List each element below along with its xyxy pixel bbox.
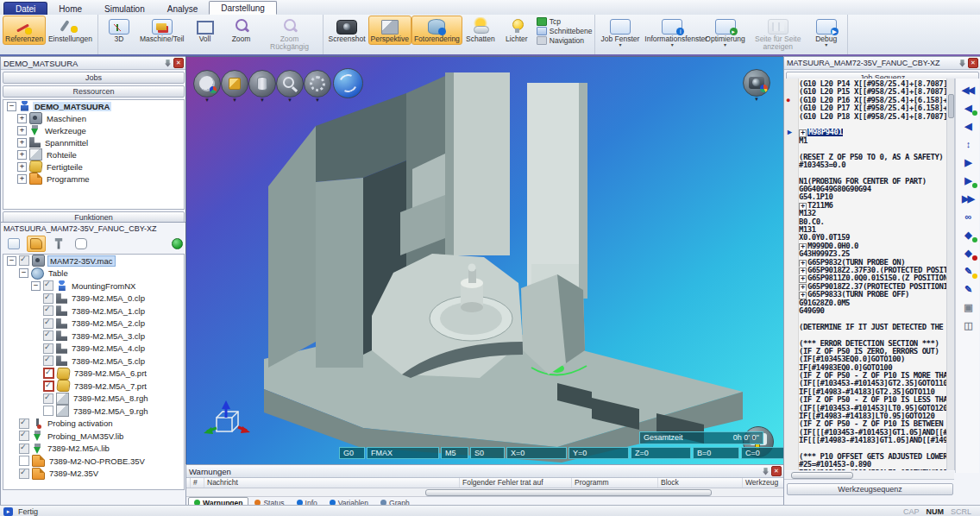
code-line[interactable] [799, 121, 947, 129]
tree-row-probing-activation[interactable]: Probing activation [3, 418, 184, 431]
column-header-programm[interactable]: Programm [571, 478, 609, 488]
view-solid-button[interactable]: ▼ [221, 70, 248, 98]
code-line[interactable]: G43H999Z3.25 [799, 250, 947, 258]
code-line[interactable]: IF[[#103453-#101453]LE1.05]THEN#10145 [799, 469, 947, 470]
ribbon-button-voll[interactable]: Voll [187, 16, 223, 45]
tree-row-7389-m2-m5a-4-clp[interactable]: 7389-M2.M5A_4.clp [3, 343, 184, 356]
code-expander[interactable]: + [799, 243, 807, 250]
column-header-block[interactable]: Block [657, 478, 679, 488]
code-hscrollbar[interactable] [784, 471, 954, 480]
code-expander[interactable]: + [799, 292, 807, 299]
tree-row-mam72-35v-mac[interactable]: −MAM72-35V.mac [3, 255, 184, 267]
code-line[interactable]: +G65P9833(TURN PROBE OFF) [799, 291, 947, 299]
checkbox[interactable] [19, 444, 29, 454]
werkzeugsequenz-bar[interactable]: Werkzeugsequenz [787, 483, 953, 495]
tree-row-7389-m2-m5a-6-prt[interactable]: 7389-M2.M5A_6.prt [3, 368, 184, 381]
tree-row-7389-m2-m5a-lib[interactable]: 7389-M2.M5A.lib [3, 443, 184, 456]
view-reference-button[interactable]: ▼ [193, 70, 221, 98]
go-to-end-button[interactable]: ▶▶ [958, 190, 978, 208]
code-expander[interactable]: + [799, 203, 807, 210]
tree-row-7389-m2-no-probe-35v[interactable]: 7389-M2-NO-PROBE.35V [3, 455, 184, 468]
code-line[interactable]: M131 [799, 226, 947, 234]
tree-row-probing-mam35v-lib[interactable]: Probing_MAM35V.lib [3, 430, 184, 443]
tree-expander[interactable]: + [17, 138, 27, 148]
pin-icon[interactable] [165, 60, 171, 67]
code-expander[interactable]: + [799, 284, 807, 291]
code-line[interactable]: (G10 L20 P14 X[[#958/25.4]+[8.7087]+[0.]… [799, 80, 947, 88]
code-line[interactable] [799, 169, 947, 177]
tab-simulation[interactable]: Simulation [93, 3, 156, 15]
go-to-start-button[interactable]: ◀◀ [958, 81, 978, 99]
tree-row-table[interactable]: −Table [3, 267, 184, 280]
tree-row-7389-m2-m5a-9-rgh[interactable]: 7389-M2.M5A_9.rgh [3, 405, 184, 418]
ribbon-button-zoom-r-ckg-ngig[interactable]: Zoom Rückgängig [260, 16, 320, 53]
code-expander[interactable]: + [799, 129, 807, 136]
code-line[interactable]: (RESET Z OF P50 TO 0, AS A SAFETY) [799, 154, 947, 161]
tool-settings-button[interactable] [49, 236, 68, 252]
checkbox[interactable] [43, 343, 53, 354]
tree-row-programme[interactable]: +Programme [3, 173, 184, 185]
code-line[interactable]: +G65P9832(TURN PROBE ON) [799, 259, 947, 267]
code-gutter[interactable]: ●► [784, 79, 799, 470]
breakpoint-icon[interactable]: ● [786, 97, 790, 104]
tree-row-rohteile[interactable]: +Rohteile [3, 148, 184, 160]
code-line[interactable]: (G10 L20 P18 X[[#958/25.4]+[8.7087]+[0.]… [799, 113, 947, 121]
code-line[interactable]: B0.C0. [799, 218, 947, 226]
ribbon-button-zoom[interactable]: Zoom [223, 16, 260, 45]
checkbox[interactable] [43, 368, 54, 379]
code-line[interactable] [799, 331, 947, 339]
checkbox[interactable] [43, 280, 53, 291]
checkbox[interactable] [43, 293, 53, 304]
code-line[interactable]: (G10 L20 P17 X[[#958/25.4]+[6.158]+[0.]]… [799, 104, 947, 112]
ribbon-button-fotorendering[interactable]: Fotorendering [411, 16, 462, 45]
step-mode-button[interactable]: ↕ [958, 135, 978, 154]
code-line[interactable]: G0G40G49G80G90G94 [799, 186, 947, 193]
code-line[interactable]: +G65P9018Z2.37(PROTECTED POSITIONING [799, 283, 947, 291]
ribbon-button-referenzen[interactable]: Referenzen [3, 16, 46, 45]
tree-row-spannmittel[interactable]: +Spannmittel [3, 136, 184, 148]
ribbon-toggle-navigation[interactable]: Navigation [537, 35, 593, 45]
pin-icon[interactable] [763, 468, 769, 475]
code-line[interactable]: (IF Z OF P50 IS ZERO, ERRORS OUT) [799, 348, 947, 356]
code-line[interactable]: IF[[#14983-#14183]GT2.35]GOTO110 [799, 388, 947, 396]
play-to-next-event-button[interactable]: ▶ [958, 172, 978, 190]
synchronize-button[interactable]: ◫ [958, 317, 978, 335]
ribbon-button-optimierung[interactable]: ▸Optimierung▾ [702, 16, 747, 49]
code-line[interactable]: +G65P9811Z0.0Q0.01S150.(Z POSITION STO [799, 274, 947, 282]
ribbon-toggle-schnittebene[interactable]: Schnittebene [537, 26, 593, 35]
tree-expander[interactable]: − [19, 268, 28, 278]
measure-button[interactable]: ∞ [958, 208, 978, 226]
comment-button[interactable] [72, 236, 91, 252]
checkbox[interactable] [43, 393, 53, 404]
code-line[interactable]: (IF Z OF P50 - Z OF P10 IS BETWEEN 1.05 [799, 420, 947, 428]
tree-row-fertigteile[interactable]: +Fertigteile [3, 160, 184, 173]
column-header-nachricht[interactable]: Nachricht [204, 478, 238, 488]
code-line[interactable] [799, 445, 947, 453]
tab-darstellung[interactable]: Darstellung [209, 1, 277, 15]
ribbon-button-debug[interactable]: ▶Debug▾ [808, 16, 845, 49]
code-line[interactable]: X0.0Y0.0T159 [799, 234, 947, 242]
tree-row-7389-m2-35v[interactable]: 7389-M2.35V [3, 468, 184, 481]
tree-row-7389-m2-m5a-7-prt[interactable]: 7389-M2.M5A_7.prt [3, 380, 184, 393]
tree-row-werkzeuge[interactable]: +Werkzeuge [3, 124, 184, 136]
tree-expander[interactable]: + [17, 162, 27, 172]
ribbon-button-3d[interactable]: 3D [101, 16, 137, 45]
code-line[interactable]: (*** ERROR DETECTION SECTION ***) [799, 340, 947, 348]
tree-expander[interactable]: + [17, 174, 27, 184]
column-header-folgender-fehler-trat-auf[interactable]: Folgender Fehler trat auf [459, 478, 543, 488]
tree-row-7389-m2-m5a-2-clp[interactable]: 7389-M2.M5A_2.clp [3, 318, 184, 330]
tree-row-root[interactable]: −DEMO_MATSUURA [3, 100, 184, 112]
remove-stock-button[interactable]: ◆ [958, 244, 978, 262]
report-settings-button[interactable] [4, 236, 23, 252]
code-line[interactable]: IF[#14983EQ0.0]GOTO100 [799, 364, 947, 372]
save-button[interactable]: ▣ [958, 299, 978, 317]
tree-row-7389-m2-m5a-1-clp[interactable]: 7389-M2.M5A_1.clp [3, 305, 184, 318]
tree-expander[interactable]: − [7, 102, 16, 111]
code-line[interactable]: N1(PROBING FOR CENTER OF PART) [799, 178, 947, 186]
code-line[interactable]: +M999D0.0H0.0 [799, 242, 947, 250]
ribbon-toggle-tcp[interactable]: Tcp [537, 16, 593, 26]
checkbox[interactable] [19, 431, 29, 441]
code-line[interactable]: #25=#101453-0.890 [799, 461, 947, 469]
tab-datei[interactable]: Datei [3, 2, 47, 15]
pin-icon[interactable] [959, 60, 965, 67]
